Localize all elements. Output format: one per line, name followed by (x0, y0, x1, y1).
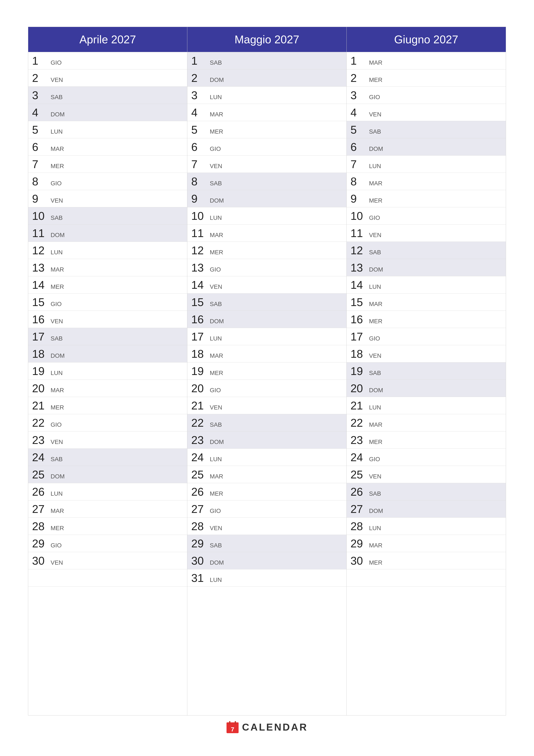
svg-text:7: 7 (231, 726, 234, 733)
day-name: MER (51, 525, 64, 533)
day-number: 17 (350, 331, 368, 342)
day-number: 4 (350, 107, 368, 118)
day-row: 26SAB (347, 483, 506, 500)
day-name: DOM (210, 559, 224, 567)
day-row: 4MAR (187, 104, 346, 121)
day-name: DOM (210, 197, 224, 205)
day-name: LUN (210, 94, 222, 102)
day-row: 14LUN (347, 276, 506, 293)
day-row: 18DOM (28, 345, 187, 363)
day-number: 26 (32, 486, 49, 498)
month-header-0: Aprile 2027 (28, 27, 187, 52)
day-number: 3 (350, 90, 368, 101)
day-name: DOM (51, 352, 64, 361)
day-number: 27 (350, 503, 368, 515)
day-number: 20 (32, 383, 49, 394)
day-name: MAR (369, 301, 382, 309)
day-number: 16 (191, 314, 208, 325)
day-row: 25VEN (347, 466, 506, 483)
day-number: 28 (350, 521, 368, 532)
day-name: GIO (210, 266, 221, 274)
day-name: DOM (369, 387, 383, 395)
day-number: 14 (32, 279, 49, 290)
day-number: 11 (191, 228, 208, 239)
day-number: 7 (350, 159, 368, 170)
month-header-2: Giugno 2027 (347, 27, 506, 52)
day-number: 31 (191, 572, 208, 583)
day-number: 6 (350, 141, 368, 152)
day-number: 23 (191, 434, 208, 446)
day-number: 29 (32, 538, 49, 549)
day-row: 5LUN (28, 121, 187, 138)
day-number: 12 (32, 245, 49, 256)
day-row: 17SAB (28, 328, 187, 345)
day-number: 26 (191, 486, 208, 498)
day-row: 16MER (347, 311, 506, 328)
day-row: 23VEN (28, 431, 187, 449)
day-number: 19 (191, 365, 208, 377)
day-number: 5 (350, 124, 368, 135)
day-row: 12MER (187, 242, 346, 259)
day-name: MAR (210, 352, 223, 361)
day-number: 25 (191, 469, 208, 480)
day-name: GIO (51, 421, 62, 429)
day-number: 9 (191, 193, 208, 204)
day-row: 24LUN (187, 449, 346, 466)
day-name: DOM (51, 111, 64, 119)
day-name: VEN (369, 111, 382, 119)
empty-row (347, 569, 506, 587)
day-number: 5 (32, 124, 49, 135)
day-name: GIO (369, 94, 380, 102)
day-number: 28 (32, 521, 49, 532)
day-name: GIO (210, 387, 221, 395)
day-number: 24 (350, 452, 368, 463)
day-row: 12LUN (28, 242, 187, 259)
day-name: LUN (369, 404, 381, 412)
day-row: 22MAR (347, 414, 506, 431)
day-number: 22 (32, 417, 49, 428)
day-name: LUN (51, 128, 63, 136)
day-number: 1 (32, 55, 49, 67)
day-name: GIO (51, 180, 62, 188)
day-row: 30MER (347, 552, 506, 569)
day-name: MAR (369, 542, 382, 550)
day-row: 29MAR (347, 535, 506, 552)
day-row: 21VEN (187, 397, 346, 414)
day-number: 4 (191, 107, 208, 118)
day-name: LUN (369, 525, 381, 533)
day-name: SAB (210, 542, 222, 550)
day-name: DOM (51, 232, 64, 240)
day-row: 4DOM (28, 104, 187, 121)
day-number: 16 (350, 314, 368, 325)
day-name: LUN (210, 456, 222, 464)
day-number: 2 (32, 72, 49, 84)
day-row: 4VEN (347, 104, 506, 121)
day-row: 5SAB (347, 121, 506, 138)
day-row: 20GIO (187, 380, 346, 397)
footer-calendar-text: CALENDAR (242, 721, 308, 733)
day-name: VEN (51, 559, 63, 567)
day-number: 22 (350, 417, 368, 428)
day-name: MER (51, 284, 64, 292)
day-number: 6 (32, 141, 49, 152)
day-name: MAR (369, 421, 382, 429)
day-number: 10 (350, 210, 368, 222)
day-number: 7 (32, 159, 49, 170)
day-name: VEN (369, 232, 382, 240)
day-number: 15 (350, 297, 368, 308)
day-row: 9VEN (28, 190, 187, 207)
day-row: 17GIO (347, 328, 506, 345)
day-row: 1GIO (28, 52, 187, 69)
day-row: 15SAB (187, 293, 346, 311)
day-number: 10 (32, 210, 49, 222)
day-number: 20 (350, 383, 368, 394)
day-row: 28MER (28, 518, 187, 535)
day-name: MER (51, 163, 64, 171)
day-number: 2 (350, 72, 368, 84)
day-row: 16DOM (187, 311, 346, 328)
footer-logo: 7 CALENDAR (226, 721, 308, 734)
day-number: 29 (191, 538, 208, 549)
day-row: 9DOM (187, 190, 346, 207)
day-number: 7 (191, 159, 208, 170)
day-row: 25DOM (28, 466, 187, 483)
